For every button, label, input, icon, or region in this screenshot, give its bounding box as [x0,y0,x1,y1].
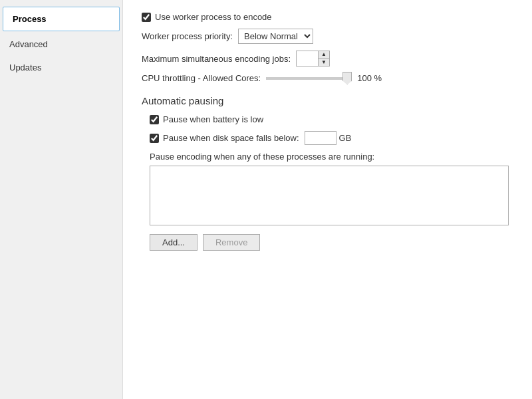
pause-disk-label[interactable]: Pause when disk space falls below: [150,133,299,143]
process-list-section: Pause encoding when any of these process… [150,152,513,227]
pause-battery-row: Pause when battery is low [150,114,513,124]
main-content: Use worker process to encode Worker proc… [123,0,532,399]
sidebar-item-process[interactable]: Process [3,7,120,31]
cpu-throttle-label: CPU throttling - Allowed Cores: [142,73,261,83]
sidebar-item-advanced[interactable]: Advanced [0,33,122,56]
pause-battery-label[interactable]: Pause when battery is low [150,114,263,124]
max-jobs-spinbox: 1 ▲ ▼ [296,51,330,66]
disk-space-input[interactable]: 1 [305,131,336,145]
slider-container: 100 % [266,73,382,83]
pause-disk-row: Pause when disk space falls below: 1 GB [150,131,513,145]
pause-battery-checkbox[interactable] [150,115,159,124]
pausing-subsection: Pause when battery is low Pause when dis… [142,114,513,251]
use-worker-row: Use worker process to encode [142,12,513,22]
spinbox-down-button[interactable]: ▼ [319,59,329,66]
disk-space-unit: GB [339,133,352,143]
cpu-throttle-row: CPU throttling - Allowed Cores: 100 % [142,73,513,83]
cpu-throttle-value: 100 % [357,73,382,83]
add-button[interactable]: Add... [150,234,198,251]
max-jobs-row: Maximum simultaneous encoding jobs: 1 ▲ … [142,51,513,66]
automatic-pausing-section: Automatic pausing Pause when battery is … [142,95,513,251]
sidebar: Process Advanced Updates [0,0,123,399]
spinbox-buttons: ▲ ▼ [318,51,329,66]
worker-priority-row: Worker process priority: Below NormalNor… [142,29,513,44]
use-worker-label[interactable]: Use worker process to encode [142,12,272,22]
button-row: Add... Remove [150,234,513,251]
automatic-pausing-heading: Automatic pausing [142,95,513,106]
remove-button[interactable]: Remove [203,234,260,251]
process-list-label: Pause encoding when any of these process… [150,152,513,162]
sidebar-item-updates[interactable]: Updates [0,56,122,79]
max-jobs-input[interactable]: 1 [297,53,318,65]
max-jobs-label: Maximum simultaneous encoding jobs: [142,54,291,64]
spinbox-up-button[interactable]: ▲ [319,51,329,59]
pause-disk-checkbox[interactable] [150,134,159,143]
use-worker-checkbox[interactable] [142,13,151,22]
worker-priority-select[interactable]: Below NormalNormalAbove NormalHighIdle [238,29,313,44]
process-list-textarea[interactable] [150,166,509,225]
worker-priority-label: Worker process priority: [142,31,233,41]
cpu-throttle-slider[interactable] [266,77,352,80]
